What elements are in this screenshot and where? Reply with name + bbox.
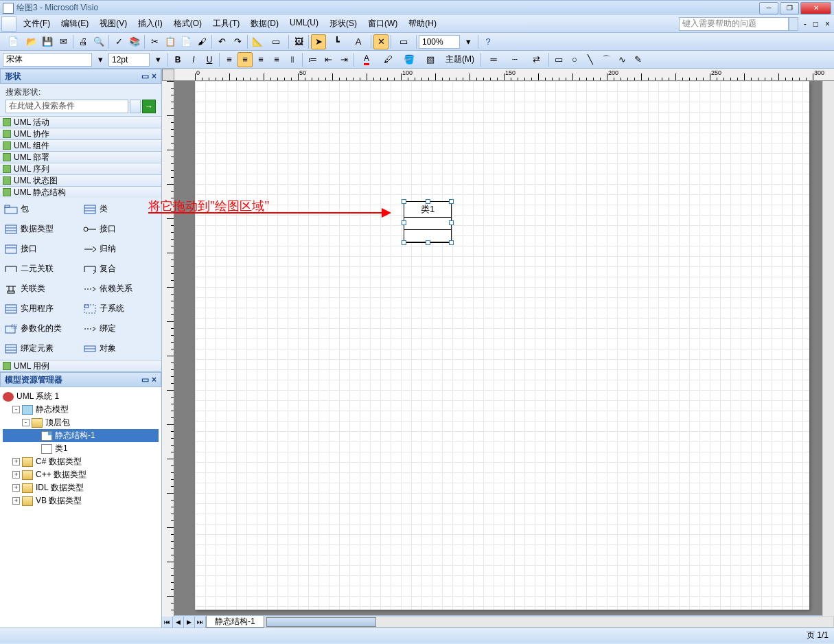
stencil-header[interactable]: UML 部署: [0, 151, 161, 163]
resize-handle[interactable]: [426, 199, 430, 204]
font-color-button[interactable]: A: [356, 52, 377, 67]
font-size-dropdown[interactable]: ▾: [150, 52, 165, 67]
help-dropdown[interactable]: [789, 17, 798, 31]
search-dropdown[interactable]: [130, 100, 141, 113]
tree-node[interactable]: +VB 数据类型: [3, 494, 159, 507]
minimize-button[interactable]: ─: [759, 2, 778, 14]
shape-item[interactable]: 关联类: [3, 280, 80, 297]
menu-item[interactable]: 帮助(H): [403, 16, 442, 31]
shape-item[interactable]: 复合: [82, 260, 159, 277]
align-center-button[interactable]: ≡: [238, 52, 253, 67]
close-button[interactable]: ✕: [800, 2, 831, 14]
redo-button[interactable]: ↷: [230, 34, 245, 49]
line-button[interactable]: ╲: [583, 52, 598, 67]
menu-item[interactable]: 视图(V): [94, 16, 132, 31]
shape-item[interactable]: 参数化的类: [3, 320, 80, 337]
menu-item[interactable]: 数据(D): [245, 16, 284, 31]
tab-last-button[interactable]: ⏭: [195, 617, 206, 628]
format-painter-button[interactable]: 🖌: [194, 34, 209, 49]
line-pattern-button[interactable]: ┄: [505, 52, 525, 67]
stencil-uml-usecase[interactable]: UML 用例: [0, 360, 161, 372]
shape-item[interactable]: 包: [3, 200, 80, 218]
menu-item[interactable]: 编辑(E): [56, 16, 94, 31]
bold-button[interactable]: B: [170, 52, 185, 67]
connection-point-button[interactable]: ✕: [373, 34, 389, 49]
print-button[interactable]: 🖨: [76, 34, 91, 49]
menu-item[interactable]: 形状(S): [324, 16, 362, 31]
research-button[interactable]: 📚: [127, 34, 142, 49]
distribute-button[interactable]: ⫴: [285, 52, 300, 67]
freeform-button[interactable]: ∿: [614, 52, 629, 67]
design-mode-button[interactable]: 📐: [250, 34, 265, 49]
shape-item[interactable]: 二元关联: [3, 260, 80, 277]
zoom-input[interactable]: 100%: [419, 35, 460, 49]
panel-close-button[interactable]: ×: [152, 71, 157, 81]
page-tab[interactable]: 静态结构-1: [206, 616, 264, 628]
tree-node[interactable]: -静态模型: [3, 403, 159, 416]
insert-picture-button[interactable]: 🖼: [291, 34, 306, 49]
align-justify-button[interactable]: ≡: [269, 52, 284, 67]
tree-root[interactable]: UML 系统 1: [3, 390, 159, 403]
stencil-header[interactable]: UML 序列: [0, 163, 161, 175]
stencil-header[interactable]: UML 静态结构: [0, 186, 161, 198]
menu-item[interactable]: 插入(I): [132, 16, 167, 31]
tree-node[interactable]: -顶层包: [3, 416, 159, 429]
tree-node[interactable]: +C# 数据类型: [3, 455, 159, 468]
shapes-button[interactable]: ▭: [266, 34, 286, 49]
new-button[interactable]: 📄: [3, 34, 23, 49]
text-tool-button[interactable]: A: [348, 34, 369, 49]
paste-button[interactable]: 📄: [178, 34, 194, 49]
resize-handle[interactable]: [402, 220, 406, 225]
font-size-select[interactable]: 12pt: [108, 53, 150, 67]
email-button[interactable]: ✉: [56, 34, 71, 49]
pointer-tool-button[interactable]: ➤: [311, 34, 326, 49]
panel-menu-button[interactable]: ▭: [141, 375, 149, 384]
doc-close-button[interactable]: ×: [822, 19, 833, 29]
theme-button[interactable]: 主题(M): [441, 52, 478, 67]
shape-item[interactable]: 数据类型: [3, 220, 80, 238]
print-preview-button[interactable]: 🔍: [91, 34, 106, 49]
align-left-button[interactable]: ≡: [222, 52, 237, 67]
uml-class-shape[interactable]: 类1: [404, 201, 452, 243]
help-search[interactable]: 键入需要帮助的问题: [679, 17, 789, 31]
resize-handle[interactable]: [402, 240, 406, 245]
ellipse-button[interactable]: ○: [567, 52, 582, 67]
underline-button[interactable]: U: [202, 52, 217, 67]
stencil-header[interactable]: UML 协作: [0, 128, 161, 140]
resize-handle[interactable]: [449, 199, 454, 204]
tab-next-button[interactable]: ▶: [184, 617, 195, 628]
decrease-indent-button[interactable]: ⇤: [321, 52, 336, 67]
stencil-header[interactable]: UML 组件: [0, 139, 161, 152]
canvas-viewport[interactable]: 类1: [174, 81, 834, 615]
undo-button[interactable]: ↶: [214, 34, 229, 49]
resize-handle[interactable]: [449, 220, 454, 225]
control-menu-icon[interactable]: [1, 16, 16, 32]
line-color-button[interactable]: 🖊: [378, 52, 398, 67]
horizontal-scrollbar[interactable]: [266, 617, 834, 628]
bullets-button[interactable]: ≔: [305, 52, 320, 67]
shape-item[interactable]: 接口: [3, 240, 80, 257]
shape-item[interactable]: 依赖关系: [82, 280, 159, 297]
resize-handle[interactable]: [449, 240, 454, 245]
increase-indent-button[interactable]: ⇥: [336, 52, 351, 67]
menu-item[interactable]: 格式(O): [168, 16, 207, 31]
tree-node[interactable]: 静态结构-1: [3, 429, 159, 442]
drawing-page[interactable]: 类1: [195, 81, 809, 610]
doc-restore-button[interactable]: □: [811, 19, 821, 29]
stencil-header[interactable]: UML 活动: [0, 116, 161, 128]
tree-node[interactable]: 类1: [3, 442, 159, 455]
search-go-button[interactable]: →: [142, 100, 156, 113]
help-button[interactable]: ?: [480, 34, 496, 49]
panel-close-button[interactable]: ×: [152, 375, 157, 384]
pencil-button[interactable]: ✎: [630, 52, 645, 67]
shape-item[interactable]: 绑定: [82, 320, 159, 337]
tab-first-button[interactable]: ⏮: [162, 617, 173, 628]
connector-tool-button[interactable]: ┗: [327, 34, 347, 49]
resize-handle[interactable]: [402, 199, 406, 204]
menu-item[interactable]: 工具(T): [207, 16, 245, 31]
menu-item[interactable]: 文件(F): [18, 16, 56, 31]
menu-item[interactable]: UML(U): [284, 16, 324, 31]
font-dropdown[interactable]: ▾: [93, 52, 108, 67]
search-input[interactable]: 在此键入搜索条件: [5, 100, 128, 113]
open-button[interactable]: 📂: [24, 34, 39, 49]
